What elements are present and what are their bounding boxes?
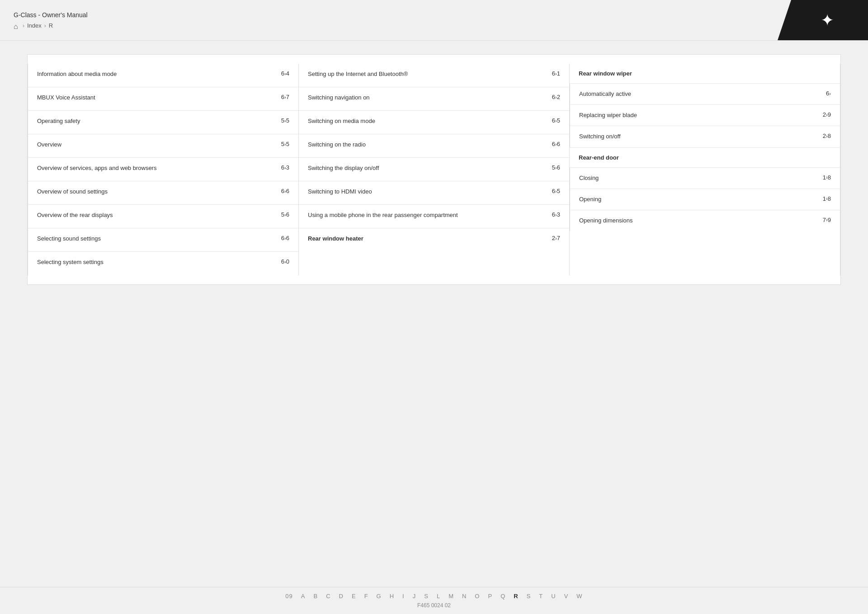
main-content: Information about media mode 6›4 MBUX Vo… [0, 41, 868, 587]
list-item[interactable]: MBUX Voice Assistant 6›7 [28, 87, 298, 111]
alpha-nav-j[interactable]: J [413, 593, 416, 600]
mercedes-star-logo: ✦ [821, 11, 834, 30]
rear-window-wiper-items: Automatically active 6› Replacing wiper … [570, 84, 840, 147]
alpha-nav-q[interactable]: Q [500, 593, 505, 600]
list-item[interactable]: Overview of sound settings 6›6 [28, 181, 298, 205]
list-item[interactable]: Switching the display on/off 5›6 [299, 158, 569, 181]
alpha-nav-n[interactable]: N [462, 593, 467, 600]
alpha-nav-h[interactable]: H [390, 593, 394, 600]
alpha-nav-u[interactable]: U [551, 593, 556, 600]
column-1: Information about media mode 6›4 MBUX Vo… [28, 64, 299, 275]
index-card: Information about media mode 6›4 MBUX Vo… [27, 54, 841, 285]
list-item[interactable]: Opening dimensions 7›9 [570, 210, 840, 231]
list-item[interactable]: Overview of the rear displays 5›6 [28, 205, 298, 228]
rear-end-door-items: Closing 1›8 Opening 1›8 Opening dimensio… [570, 168, 840, 231]
alpha-nav-v[interactable]: V [564, 593, 569, 600]
list-item[interactable]: Operating safety 5›5 [28, 111, 298, 134]
alpha-nav-w[interactable]: W [576, 593, 582, 600]
list-item[interactable]: Overview of services, apps and web brows… [28, 158, 298, 181]
list-item[interactable]: Automatically active 6› [570, 84, 840, 105]
section-rear-end-door: Rear-end door Closing 1›8 Opening 1›8 Op… [570, 148, 840, 231]
breadcrumb: › Index › R [14, 22, 88, 29]
list-item[interactable]: Rear window heater 2›7 [299, 228, 569, 252]
list-item[interactable]: Switching on media mode 6›5 [299, 111, 569, 134]
alpha-nav-e[interactable]: E [352, 593, 356, 600]
list-item[interactable]: Selecting sound settings 6›6 [28, 228, 298, 252]
alpha-nav-s2[interactable]: S [527, 593, 531, 600]
list-item[interactable]: Information about media mode 6›4 [28, 64, 298, 87]
alpha-nav-f[interactable]: F [364, 593, 368, 600]
home-icon[interactable] [14, 23, 20, 29]
header: G-Class - Owner's Manual › Index › R ✦ [0, 0, 868, 41]
list-item[interactable]: Switching on/off 2›8 [570, 126, 840, 147]
list-item[interactable]: Replacing wiper blade 2›9 [570, 105, 840, 126]
section-header-rear-end-door: Rear-end door [570, 148, 840, 168]
alpha-nav-s1[interactable]: S [424, 593, 429, 600]
alpha-nav-i[interactable]: I [402, 593, 405, 600]
alpha-nav-d[interactable]: D [339, 593, 344, 600]
list-item[interactable]: Using a mobile phone in the rear passeng… [299, 205, 569, 228]
list-item[interactable]: Setting up the Internet and Bluetooth® 6… [299, 64, 569, 87]
list-item[interactable]: Switching to HDMI video 6›5 [299, 181, 569, 205]
column-3: Rear window wiper Automatically active 6… [570, 64, 840, 275]
breadcrumb-current: R [49, 22, 53, 29]
list-item[interactable]: Switching navigation on 6›2 [299, 87, 569, 111]
alpha-nav-b[interactable]: B [314, 593, 318, 600]
alpha-nav-o[interactable]: O [475, 593, 480, 600]
alpha-nav-l[interactable]: L [437, 593, 440, 600]
alpha-nav-t[interactable]: T [539, 593, 543, 600]
index-columns: Information about media mode 6›4 MBUX Vo… [28, 64, 840, 275]
alpha-nav-m[interactable]: M [448, 593, 454, 600]
section-rear-window-wiper: Rear window wiper Automatically active 6… [570, 64, 840, 148]
footer: 09 A B C D E F G H I J S L M N O P Q R S… [0, 587, 868, 614]
alpha-nav-c[interactable]: C [326, 593, 330, 600]
manual-title: G-Class - Owner's Manual [14, 11, 88, 19]
section-header-rear-window-wiper: Rear window wiper [570, 64, 840, 84]
breadcrumb-sep-1: › [23, 23, 24, 29]
column-2: Setting up the Internet and Bluetooth® 6… [299, 64, 570, 275]
list-item[interactable]: Switching on the radio 6›6 [299, 134, 569, 158]
header-left: G-Class - Owner's Manual › Index › R [0, 0, 101, 40]
breadcrumb-index[interactable]: Index [27, 22, 42, 29]
alpha-nav-g[interactable]: G [377, 593, 382, 600]
alpha-nav-a[interactable]: A [301, 593, 306, 600]
alpha-navigation: 09 A B C D E F G H I J S L M N O P Q R S… [9, 593, 859, 600]
mercedes-logo-area: ✦ [778, 0, 868, 40]
alpha-nav-p[interactable]: P [488, 593, 492, 600]
document-number: F465 0024 02 [9, 602, 859, 609]
alpha-nav-r[interactable]: R [514, 593, 518, 600]
list-item[interactable]: Selecting system settings 6›0 [28, 252, 298, 275]
list-item[interactable]: Closing 1›8 [570, 168, 840, 189]
breadcrumb-sep-2: › [44, 23, 46, 29]
alpha-nav-09[interactable]: 09 [285, 593, 292, 600]
list-item[interactable]: Overview 5›5 [28, 134, 298, 158]
list-item[interactable]: Opening 1›8 [570, 189, 840, 210]
